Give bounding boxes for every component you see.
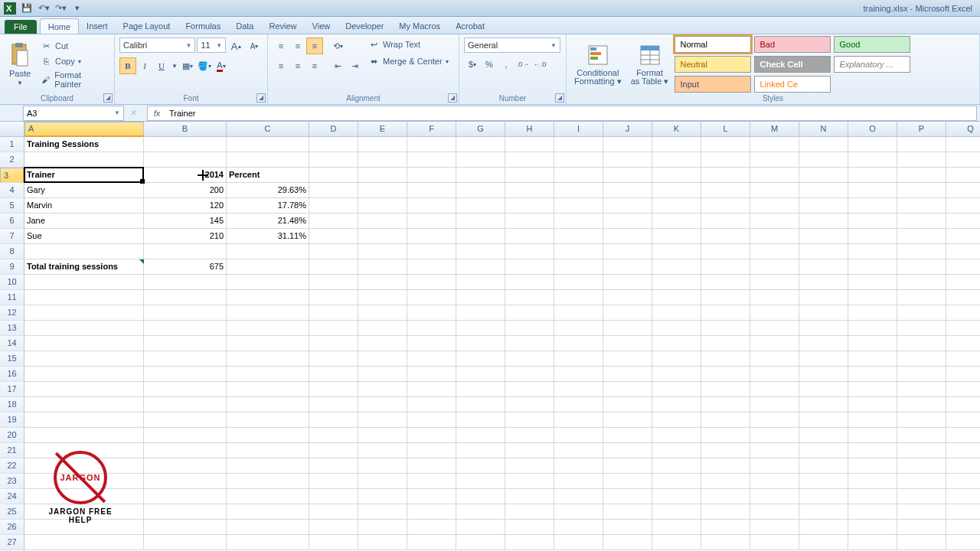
column-headers[interactable]: ABCDEFGHIJKLMNOPQ [24, 122, 980, 137]
cell-J8[interactable] [603, 244, 652, 259]
cell-B26[interactable] [144, 520, 227, 535]
cell-H26[interactable] [505, 520, 554, 535]
cell-I1[interactable] [554, 137, 603, 152]
cell-F22[interactable] [407, 458, 456, 474]
cell-N20[interactable] [799, 428, 848, 443]
cell-E20[interactable] [358, 428, 407, 443]
cell-A11[interactable] [24, 290, 144, 305]
worksheet[interactable]: ABCDEFGHIJKLMNOPQ 1234567891011121314151… [0, 122, 980, 551]
style-check-cell[interactable]: Check Cell [754, 56, 831, 73]
cell-L20[interactable] [701, 428, 750, 443]
cell-A5[interactable]: Marvin [24, 198, 144, 214]
cell-C13[interactable] [227, 321, 309, 336]
cell-I9[interactable] [554, 259, 603, 275]
cell-Q14[interactable] [946, 336, 980, 351]
cell-H20[interactable] [505, 428, 554, 443]
cell-O21[interactable] [848, 443, 897, 458]
cell-Q8[interactable] [946, 244, 980, 259]
cell-P22[interactable] [897, 458, 946, 474]
cell-H21[interactable] [505, 443, 554, 458]
cell-F4[interactable] [407, 183, 456, 198]
cell-M1[interactable] [750, 137, 799, 152]
cancel-icon[interactable]: ✕ [124, 108, 142, 118]
align-right-button[interactable]: ≡ [306, 57, 323, 74]
cell-E13[interactable] [358, 321, 407, 336]
cell-E27[interactable] [358, 535, 407, 550]
cell-G23[interactable] [456, 474, 505, 489]
cell-Q12[interactable] [946, 305, 980, 321]
cell-P12[interactable] [897, 305, 946, 321]
cell-G1[interactable] [456, 137, 505, 152]
cell-I27[interactable] [554, 535, 603, 550]
cell-B5[interactable]: 120 [144, 198, 227, 214]
tab-review[interactable]: Review [261, 18, 304, 34]
grow-font-button[interactable]: A▴ [227, 37, 244, 54]
cell-B3[interactable]: 2014 [144, 168, 227, 183]
cell-P14[interactable] [897, 336, 946, 351]
cell-N23[interactable] [799, 474, 848, 489]
cell-M25[interactable] [750, 504, 799, 520]
cell-G11[interactable] [456, 290, 505, 305]
cell-B25[interactable] [144, 504, 227, 520]
cell-P11[interactable] [897, 290, 946, 305]
cell-F24[interactable] [407, 489, 456, 504]
cell-J22[interactable] [603, 458, 652, 474]
tab-my-macros[interactable]: My Macros [391, 18, 448, 34]
cell-D16[interactable] [309, 367, 358, 382]
cell-Q25[interactable] [946, 504, 980, 520]
cell-C8[interactable] [227, 244, 309, 259]
cell-F5[interactable] [407, 198, 456, 214]
cell-O14[interactable] [848, 336, 897, 351]
cell-E8[interactable] [358, 244, 407, 259]
conditional-formatting-button[interactable]: ConditionalFormatting ▾ [571, 36, 625, 93]
cell-E10[interactable] [358, 275, 407, 290]
row-header-26[interactable]: 26 [0, 520, 24, 535]
cell-P2[interactable] [897, 152, 946, 168]
cell-O11[interactable] [848, 290, 897, 305]
cell-C7[interactable]: 31.11% [227, 229, 309, 244]
cell-C3[interactable]: Percent [227, 168, 309, 183]
cell-J9[interactable] [603, 259, 652, 275]
cell-D7[interactable] [309, 229, 358, 244]
cell-F21[interactable] [407, 443, 456, 458]
cell-L7[interactable] [701, 229, 750, 244]
cell-L16[interactable] [701, 367, 750, 382]
cell-K7[interactable] [652, 229, 701, 244]
cell-Q4[interactable] [946, 183, 980, 198]
cell-F2[interactable] [407, 152, 456, 168]
cell-K17[interactable] [652, 382, 701, 397]
cell-J14[interactable] [603, 336, 652, 351]
error-indicator-icon[interactable] [139, 259, 144, 264]
cell-P25[interactable] [897, 504, 946, 520]
cell-J7[interactable] [603, 229, 652, 244]
cell-I8[interactable] [554, 244, 603, 259]
cell-F19[interactable] [407, 412, 456, 428]
col-header-B[interactable]: B [144, 122, 227, 137]
cell-O9[interactable] [848, 259, 897, 275]
italic-button[interactable]: I [136, 57, 153, 74]
cell-J21[interactable] [603, 443, 652, 458]
cell-F17[interactable] [407, 382, 456, 397]
cell-L10[interactable] [701, 275, 750, 290]
cell-K8[interactable] [652, 244, 701, 259]
cell-L2[interactable] [701, 152, 750, 168]
dialog-launcher-icon[interactable]: ◢ [256, 93, 266, 103]
cell-I2[interactable] [554, 152, 603, 168]
cell-Q15[interactable] [946, 351, 980, 367]
cell-L21[interactable] [701, 443, 750, 458]
col-header-K[interactable]: K [652, 122, 701, 137]
cell-A15[interactable] [24, 351, 144, 367]
cell-E26[interactable] [358, 520, 407, 535]
cell-C2[interactable] [227, 152, 309, 168]
cell-M8[interactable] [750, 244, 799, 259]
cell-D5[interactable] [309, 198, 358, 214]
cell-A6[interactable]: Jane [24, 214, 144, 229]
orientation-button[interactable]: ⟲▾ [329, 37, 346, 54]
cell-G14[interactable] [456, 336, 505, 351]
cell-P16[interactable] [897, 367, 946, 382]
cell-N8[interactable] [799, 244, 848, 259]
align-bottom-button[interactable]: ≡ [306, 37, 323, 54]
cell-A16[interactable] [24, 367, 144, 382]
col-header-O[interactable]: O [848, 122, 897, 137]
cell-I17[interactable] [554, 382, 603, 397]
